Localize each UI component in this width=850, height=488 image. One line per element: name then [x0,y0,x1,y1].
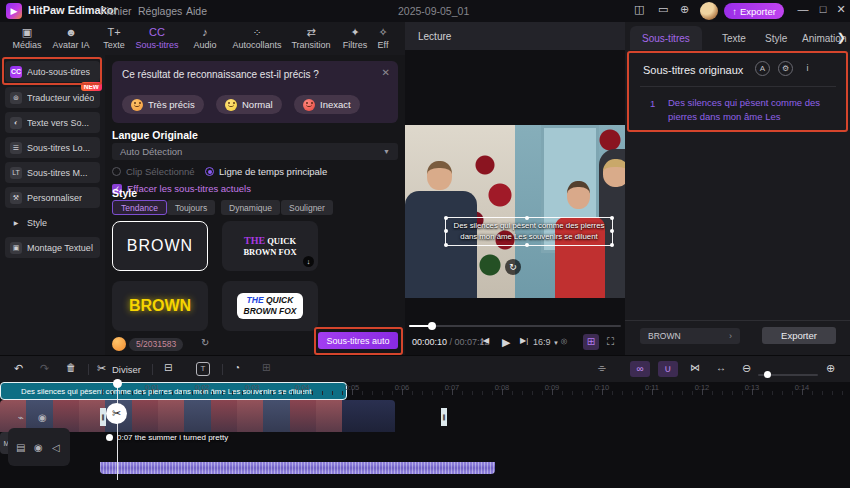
style-chip-tendance[interactable]: Tendance [112,200,167,215]
style-card-brown-yellow[interactable]: BROWN [112,281,208,331]
export-button[interactable]: ↑ Exporter [724,3,784,19]
split-scissors-icon[interactable]: ✂ [97,362,106,375]
next-frame-button[interactable]: ▶| [520,336,528,345]
resize-handle[interactable] [444,229,448,233]
refresh-icon[interactable]: ↻ [201,337,209,348]
subtitle-row-text[interactable]: Des silences qui pèsent comme des pierre… [668,96,823,125]
style-chip-dynamique[interactable]: Dynamique [221,200,280,215]
ratio-value: 16:9 [533,337,551,347]
resize-handle[interactable] [610,243,614,247]
audio-waveform[interactable] [100,462,495,474]
keyframe-icon[interactable]: ◔ [234,362,240,373]
resize-handle[interactable] [525,243,529,247]
feedback-bubble-icon[interactable]: ▭ [658,3,675,20]
split-label[interactable]: Diviser [112,364,141,375]
playhead-line[interactable] [117,382,118,480]
style-card-quick-brown-fox[interactable]: THE QUICK BROWN FOX ↓ [222,221,318,271]
undo-icon[interactable]: ↶ [14,362,23,375]
info-icon[interactable]: i [800,61,815,76]
trash-icon[interactable]: 🗑 [66,362,76,373]
snapshot-camera-icon[interactable]: ⌾ [561,336,567,348]
menu-fichier[interactable]: Fichier [100,5,132,17]
tab-autocollants[interactable]: ⁘ Autocollants [226,25,288,50]
sidebar-item-texte-vers-son[interactable]: ◐ Texte vers So... [5,112,100,133]
sidebar-item-auto-sous-titres[interactable]: CC Auto-sous-titres [5,61,100,82]
panel-tabs-more-chevron-icon[interactable]: ❯ [837,31,846,44]
resize-handle[interactable] [610,216,614,220]
sidebar-item-style[interactable]: ▶ Style [5,212,100,233]
resize-handle[interactable] [610,229,614,233]
zoom-slider-handle[interactable] [764,371,771,378]
auto-subtitles-button[interactable]: Sous-titres auto [318,332,398,349]
seek-bar[interactable] [409,325,621,327]
resize-handle[interactable] [525,216,529,220]
fullscreen-icon[interactable]: ⛶ [607,336,614,348]
magnet-snap-icon[interactable]: ∪ [658,361,678,377]
close-button[interactable]: ✕ [834,3,848,16]
feedback-inexact-button[interactable]: Inexact [294,95,360,114]
tab-audio[interactable]: ♪ Audio [178,25,232,50]
sync-rotate-icon[interactable]: ↻ [505,259,521,275]
close-icon[interactable]: ✕ [382,67,390,78]
sidebar-item-montage-textuel[interactable]: ▣ Montage Textuel [5,237,100,258]
radio-ligne-de-temps[interactable]: Ligne de temps principale [205,166,327,177]
link-clips-icon[interactable]: ∞ [630,361,650,377]
tab-effets[interactable]: ✧ Eff [363,25,403,50]
user-avatar[interactable] [700,2,718,20]
style-chip-souligner[interactable]: Souligner [281,200,333,215]
playhead-handle[interactable] [113,379,122,388]
panel-tab-sous-titres[interactable]: Sous-titres [630,26,702,50]
radio-clip-selectionne[interactable]: Clip Sélectionné [112,166,195,177]
sidebar-item-traducteur-video[interactable]: ⊛ Traducteur vidéo NEW [5,87,100,108]
current-style-selector[interactable]: BROWN › [640,328,740,344]
language-select[interactable]: Auto Détection ▼ [112,143,398,160]
menu-reglages[interactable]: Réglages [138,5,182,17]
menu-aide[interactable]: Aide [186,5,207,17]
sidebar-item-sous-titres-locaux[interactable]: ☰ Sous-titres Lo... [5,137,100,158]
style-card-brown-selected[interactable]: BROWN [112,221,208,271]
fit-timeline-icon[interactable]: ↔ [716,362,726,373]
maximize-button[interactable]: □ [816,3,830,15]
style-chip-toujours[interactable]: Toujours [167,200,215,215]
play-button[interactable]: ▶ [502,336,510,349]
add-text-icon[interactable]: T [196,362,210,376]
film-track-icon[interactable]: ▤ [16,442,25,453]
subtitle-overlay-selected[interactable]: Des silences qui pèsent comme des pierre… [445,217,613,246]
sidebar-label: Style [27,218,47,228]
unlink-clips-icon[interactable]: ⋈ [690,362,700,373]
feedback-normal-button[interactable]: Normal [216,95,282,114]
export-subtitles-button[interactable]: Exporter [762,327,836,344]
sidebar-item-sous-titres-manuels[interactable]: LT Sous-titres M... [5,162,100,183]
ruler-label: 0:09 [545,383,560,392]
panel-tab-texte[interactable]: Texte [710,26,758,50]
timeline-ruler[interactable]: 0:01 0:02 0:03 0:04 0:05 0:06 0:07 0:08 … [100,382,850,395]
auto-translate-icon[interactable]: A [755,61,770,76]
speaker-mute-icon[interactable]: ◁ [52,442,60,453]
style-card-fox-sticker[interactable]: THE QUICK BROWN FOX [222,281,318,331]
redo-icon[interactable]: ↷ [40,362,49,375]
clip-trim-handle-left[interactable]: ❚ [100,408,106,426]
minimize-button[interactable]: — [796,3,810,15]
grid-toggle-icon[interactable]: ⊞ [583,334,599,350]
resize-handle[interactable] [444,243,448,247]
download-icon[interactable]: ⊕ [680,3,697,20]
zoom-out-icon[interactable]: ⊖ [742,362,751,375]
video-frame[interactable]: ↻ Des silences qui pèsent comme des pier… [405,125,625,298]
tab-sous-titres[interactable]: CC Sous-titres [130,25,184,50]
clip-trim-handle-right[interactable]: ❚ [441,408,447,426]
layout-panels-icon[interactable]: ◫ [634,3,651,20]
microphone-icon[interactable]: ⌯ [598,362,606,374]
feedback-tres-precis-button[interactable]: Très précis [122,95,204,114]
eye-visibility-icon[interactable]: ◉ [34,442,43,453]
split-cursor-scissors-icon[interactable]: ✂ [106,403,127,424]
sidebar-item-personnaliser[interactable]: ⚒ Personnaliser [5,187,100,208]
aspect-ratio-button[interactable]: 16:9 ▼ [533,337,559,347]
previous-frame-button[interactable]: |◀ [481,336,489,345]
track-eye-icon[interactable]: ◉ [38,412,47,423]
gear-icon[interactable]: ⚙ [778,61,793,76]
track-fx-icon[interactable]: ⌁ [18,412,24,423]
seek-handle[interactable] [428,322,436,330]
zoom-in-icon[interactable]: ⊕ [826,362,835,375]
resize-handle[interactable] [444,216,448,220]
subtitle-mark-icon[interactable]: ⊟ [164,362,172,373]
